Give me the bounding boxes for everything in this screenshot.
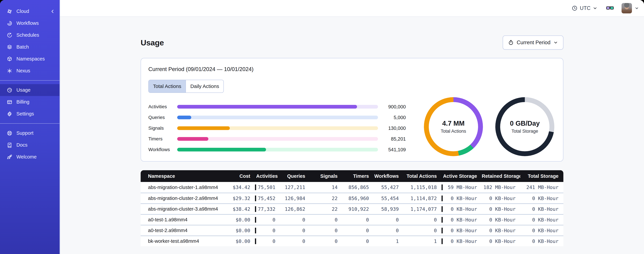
content: Usage Current Period Current Period (09/… — [60, 17, 644, 254]
tab-daily-actions[interactable]: Daily Actions — [186, 80, 224, 92]
cell-queries: 127,211 — [280, 184, 310, 190]
sidebar-item-label: Support — [16, 130, 34, 136]
bar-label: Workflows — [148, 147, 177, 152]
namespaces-icon — [7, 56, 12, 62]
cell-cost: $0.00 — [231, 228, 255, 234]
column-header-workflows: Workflows — [374, 174, 404, 179]
cell-activities: 0 — [255, 238, 280, 244]
3d-glasses-icon[interactable] — [606, 4, 614, 12]
cell-timers: 910,922 — [342, 206, 374, 212]
chevron-left-icon[interactable] — [50, 9, 55, 14]
cell-signals: 22 — [310, 206, 342, 212]
column-header-activities: Activities — [255, 174, 280, 179]
sidebar-item-label: Namespaces — [16, 56, 45, 62]
donut-caption: Total Storage — [512, 129, 538, 134]
bar-track — [177, 137, 378, 141]
donut-chart-total-actions: 4.7 MMTotal Actions — [424, 97, 483, 156]
column-header-cost: Cost — [231, 174, 255, 179]
timezone-selector[interactable]: UTC — [572, 5, 598, 11]
sidebar-item-label: Nexus — [16, 68, 30, 74]
bar-value: 541,109 — [379, 147, 406, 152]
cell-signals: 0 — [310, 217, 342, 223]
cell-queries: 0 — [280, 217, 310, 223]
namespace-link[interactable]: a0-test-2.a98mm4 — [148, 228, 188, 233]
avatar[interactable] — [622, 3, 632, 14]
namespace-link[interactable]: a0-test-1.a98mm4 — [148, 217, 188, 222]
sidebar-item-nexus[interactable]: Nexus — [0, 65, 60, 77]
bar-fill — [177, 105, 357, 108]
cell-total_storage: 241 MB-Hour — [520, 184, 563, 190]
chevron-down-icon[interactable] — [634, 6, 639, 10]
cell-total_actions: 1 — [404, 238, 442, 244]
column-header-namespace: Namespace — [141, 174, 231, 179]
sidebar-item-settings[interactable]: Settings — [0, 108, 60, 120]
cell-total_actions: 1,115,018 — [404, 184, 442, 190]
namespace-link[interactable]: abs-migration-cluster-1.a98mm4 — [148, 185, 218, 190]
sidebar-item-billing[interactable]: Billing — [0, 96, 60, 108]
sidebar-item-cloud[interactable]: Cloud — [0, 5, 60, 17]
cell-workflows: 0 — [374, 217, 404, 223]
cell-total_actions: 0 — [404, 228, 442, 234]
cell-activities: 0 — [255, 228, 280, 234]
sidebar-item-label: Cloud — [16, 8, 29, 14]
column-header-active_storage: Active Storage — [442, 174, 482, 179]
cell-activities: 0 — [255, 217, 280, 223]
cell-namespace: a0-test-1.a98mm4 — [141, 217, 231, 222]
cell-namespace: abs-migration-cluster-2.a98mm4 — [141, 196, 231, 201]
cell-namespace: abs-migration-cluster-3.a98mm4 — [141, 206, 231, 212]
bar-fill — [177, 148, 266, 152]
page-title: Usage — [141, 38, 164, 47]
period-selector-button[interactable]: Current Period — [503, 36, 563, 50]
bar-row-queries: Queries5,000 — [148, 112, 406, 123]
sidebar-item-welcome[interactable]: Welcome — [0, 151, 60, 163]
cell-retained_storage: 0 KB-Hour — [482, 238, 520, 244]
usage-icon — [7, 87, 12, 93]
sidebar-item-workflows[interactable]: Workflows — [0, 17, 60, 29]
table-body: abs-migration-cluster-1.a98mm4$34.4275,5… — [141, 182, 563, 246]
sidebar-item-batch[interactable]: Batch — [0, 41, 60, 53]
sidebar-item-label: Welcome — [16, 154, 36, 160]
bar-value: 900,000 — [379, 104, 406, 110]
namespace-link[interactable]: abs-migration-cluster-3.a98mm4 — [148, 206, 218, 212]
sidebar-item-label: Batch — [16, 44, 29, 50]
table-row: bk-worker-test.a98mm4$0.000000110 KB-Hou… — [141, 236, 563, 246]
bar-label: Activities — [148, 104, 177, 110]
column-header-retained_storage: Retained Storage — [482, 174, 520, 179]
column-header-queries: Queries — [280, 174, 310, 179]
donut-hole: 0 GB/DayTotal Storage — [500, 102, 550, 151]
app-window: CloudWorkflowsSchedulesBatchNamespacesNe… — [0, 0, 644, 254]
sidebar-item-usage[interactable]: Usage — [0, 84, 60, 96]
actions-tabs: Total Actions Daily Actions — [148, 80, 224, 93]
bar-row-timers: Timers85,201 — [148, 134, 406, 144]
bar-value: 85,201 — [379, 136, 406, 142]
bar-fill — [177, 126, 230, 130]
cell-activities: 75,501 — [255, 184, 280, 190]
cell-queries: 126,984 — [280, 196, 310, 201]
bar-track — [177, 148, 378, 152]
cell-namespace: a0-test-2.a98mm4 — [141, 228, 231, 233]
batch-icon — [7, 44, 12, 50]
cell-workflows: 1 — [374, 238, 404, 244]
cell-active_storage: 0 KB-Hour — [442, 217, 482, 223]
sidebar-divider — [0, 123, 60, 124]
cell-workflows: 58,939 — [374, 206, 404, 212]
cell-timers: 856,960 — [342, 196, 374, 201]
welcome-icon — [7, 154, 12, 160]
sidebar-item-docs[interactable]: Docs — [0, 139, 60, 151]
sidebar-item-schedules[interactable]: Schedules — [0, 29, 60, 41]
sidebar-item-namespaces[interactable]: Namespaces — [0, 53, 60, 65]
namespace-link[interactable]: abs-migration-cluster-2.a98mm4 — [148, 196, 218, 201]
cell-retained_storage: 0 KB-Hour — [482, 196, 520, 201]
chevron-down-icon — [553, 40, 558, 45]
bar-value: 130,000 — [379, 126, 406, 131]
namespace-link[interactable]: bk-worker-test.a98mm4 — [148, 238, 199, 244]
sidebar-item-label: Docs — [16, 142, 28, 148]
cell-cost: $38.42 — [231, 206, 255, 212]
billing-icon — [7, 99, 12, 105]
cell-active_storage: 0 KB-Hour — [442, 196, 482, 201]
cell-timers: 0 — [342, 238, 374, 244]
donut-hole: 4.7 MMTotal Actions — [429, 102, 478, 151]
tab-total-actions[interactable]: Total Actions — [149, 80, 186, 92]
schedules-icon — [7, 32, 12, 38]
sidebar-item-support[interactable]: Support — [0, 127, 60, 139]
